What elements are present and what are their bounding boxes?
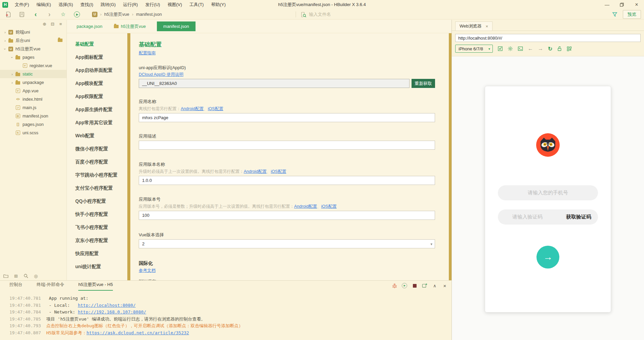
breadcrumb-project[interactable]: h5注册页vue <box>104 11 129 17</box>
config-guide-link[interactable]: 配置指南 <box>139 51 156 55</box>
log-link[interactable]: http://localhost:8080/ <box>78 303 136 308</box>
android-config-link[interactable]: Android配置 <box>294 204 317 209</box>
menu-item[interactable]: 跳转(G) <box>97 0 120 9</box>
tree-chevron-icon[interactable]: › <box>3 47 7 51</box>
refresh-icon[interactable]: ↻ <box>548 46 552 52</box>
console-icon[interactable] <box>518 46 523 51</box>
tree-item[interactable]: ◎ manifest.json <box>0 112 67 120</box>
tree-item[interactable]: [ ] pages.json <box>0 120 67 129</box>
menu-item[interactable]: 选择(S) <box>55 0 77 9</box>
tree-chevron-icon[interactable]: › <box>10 55 14 60</box>
locate-file-icon[interactable]: ⊕ <box>42 21 47 27</box>
plugins-panel-icon[interactable]: ◎ <box>34 274 38 279</box>
vue-version-select[interactable]: 2 ▾ <box>139 239 435 248</box>
manifest-nav-item[interactable]: 快应用配置 <box>67 247 127 260</box>
save-icon[interactable] <box>18 10 26 18</box>
preview-button[interactable]: 预览 <box>623 10 641 19</box>
lock-icon[interactable] <box>557 46 562 51</box>
tree-item[interactable]: J main.js <box>0 103 67 112</box>
manifest-nav-item[interactable]: Web配置 <box>67 129 127 142</box>
manifest-nav-item[interactable]: 快手小程序配置 <box>67 208 127 221</box>
submit-button[interactable]: → <box>536 246 559 269</box>
tree-item[interactable]: V register.vue <box>0 61 67 70</box>
back-icon[interactable]: ← <box>528 46 533 52</box>
tree-item[interactable]: › static <box>0 70 67 78</box>
manifest-nav-item[interactable]: App图标配置 <box>67 51 127 64</box>
search-panel-icon[interactable] <box>24 274 28 278</box>
manifest-nav-item[interactable]: App模块配置 <box>67 77 127 90</box>
device-select[interactable]: iPhone 6/7/8 ▾ <box>455 45 493 53</box>
verify-code-input[interactable]: 请输入验证码 获取验证码 <box>498 209 598 225</box>
menu-item[interactable]: 工具(T) <box>186 0 208 9</box>
outline-panel-icon[interactable]: ⊞ <box>14 274 18 279</box>
run-icon[interactable]: ▶ <box>73 10 81 18</box>
filter-icon[interactable] <box>612 12 617 17</box>
clear-log-icon[interactable] <box>422 283 427 288</box>
i18n-doc-link[interactable]: 参考文档 <box>139 268 156 273</box>
tab-package-json[interactable]: package.json <box>71 20 108 33</box>
maximize-button[interactable] <box>614 0 629 9</box>
tab-manifest-json[interactable]: manifest.json <box>157 21 196 31</box>
appid-doc-link[interactable]: DCloud AppID 使用说明 <box>139 72 183 77</box>
tree-item[interactable]: › unpackage <box>0 78 67 87</box>
log-link[interactable]: http://192.168.0.107:8080/ <box>78 309 146 314</box>
menu-item[interactable]: 运行(R) <box>119 0 141 9</box>
manifest-nav-item[interactable]: 微信小程序配置 <box>67 142 127 155</box>
manifest-nav-item[interactable]: QQ小程序配置 <box>67 195 127 208</box>
breadcrumb-file[interactable]: manifest.json <box>136 12 162 17</box>
regain-appid-button[interactable]: 重新获取 <box>412 79 435 88</box>
menu-item[interactable]: 帮助(Y) <box>207 0 229 9</box>
close-button[interactable]: × <box>629 0 644 9</box>
version-name-input[interactable]: 1.0.0 <box>139 176 435 185</box>
debug-icon[interactable] <box>392 283 397 288</box>
stop-icon[interactable] <box>412 283 417 288</box>
log-link[interactable]: https://ask.dcloud.net.cn/article/35232 <box>86 330 189 335</box>
manifest-nav-item[interactable]: 飞书小程序配置 <box>67 221 127 234</box>
manifest-nav-item[interactable]: App启动界面配置 <box>67 64 127 77</box>
ios-config-link[interactable]: iOS配置 <box>208 106 223 111</box>
run-icon[interactable]: ▶ <box>402 283 407 288</box>
tree-chevron-icon[interactable]: › <box>3 30 7 34</box>
console-tab[interactable]: 控制台 <box>9 282 23 291</box>
tree-item[interactable]: › 后台uni <box>0 36 67 45</box>
manifest-nav-item[interactable]: App常用其它设置 <box>67 116 127 129</box>
console-tab[interactable]: 终端-外部命令 <box>37 282 64 291</box>
manifest-nav-item[interactable]: App权限配置 <box>67 90 127 103</box>
get-code-button[interactable]: 获取验证码 <box>566 214 591 220</box>
manifest-nav-item[interactable]: 百度小程序配置 <box>67 155 127 168</box>
files-panel-icon[interactable] <box>3 274 8 278</box>
menu-item[interactable]: 文件(F) <box>11 0 33 9</box>
close-panel-icon[interactable]: × <box>442 283 447 288</box>
close-tab-icon[interactable]: × <box>486 24 488 29</box>
menu-item[interactable]: 编辑(E) <box>33 0 55 9</box>
favorite-icon[interactable]: ☆ <box>59 10 67 18</box>
ios-config-link[interactable]: iOS配置 <box>321 204 337 209</box>
gear-icon[interactable] <box>508 46 513 51</box>
tab-project-folder[interactable]: h5注册页vue <box>108 20 152 33</box>
menu-item[interactable]: 查找(I) <box>77 0 97 9</box>
tree-chevron-icon[interactable]: › <box>3 39 7 43</box>
manifest-nav-item[interactable]: App原生插件配置 <box>67 103 127 116</box>
manifest-nav-item[interactable]: 支付宝小程序配置 <box>67 182 127 195</box>
tree-item[interactable]: S uni.scss <box>0 129 67 137</box>
forward-icon[interactable]: › <box>45 10 53 18</box>
tree-chevron-icon[interactable]: › <box>10 72 14 76</box>
app-desc-input[interactable] <box>139 141 435 150</box>
android-config-link[interactable]: Android配置 <box>244 169 267 174</box>
forward-icon[interactable]: → <box>538 46 543 52</box>
more-menu-icon[interactable]: ≡ <box>58 21 63 27</box>
url-input[interactable]: http://localhost:8080/#/ <box>455 34 641 42</box>
open-external-icon[interactable] <box>498 46 503 51</box>
manifest-nav-item[interactable]: 字节跳动小程序配置 <box>67 168 127 182</box>
file-search-box[interactable]: 输入文件名 <box>296 9 331 19</box>
tree-item[interactable]: V App.vue <box>0 87 67 95</box>
manifest-nav-item[interactable]: 基础配置 <box>67 38 127 51</box>
tree-item[interactable]: › U h5注册页vue <box>0 45 67 53</box>
manifest-nav-item[interactable]: uni统计配置 <box>67 260 127 273</box>
collapse-all-icon[interactable]: ⊟ <box>50 21 55 27</box>
ios-config-link[interactable]: iOS配置 <box>271 169 286 174</box>
manifest-nav-item[interactable]: 京东小程序配置 <box>67 234 127 247</box>
tree-item[interactable]: <> index.html <box>0 95 67 103</box>
collapse-panel-icon[interactable]: ∧ <box>432 283 437 288</box>
tree-chevron-icon[interactable]: › <box>10 81 14 85</box>
